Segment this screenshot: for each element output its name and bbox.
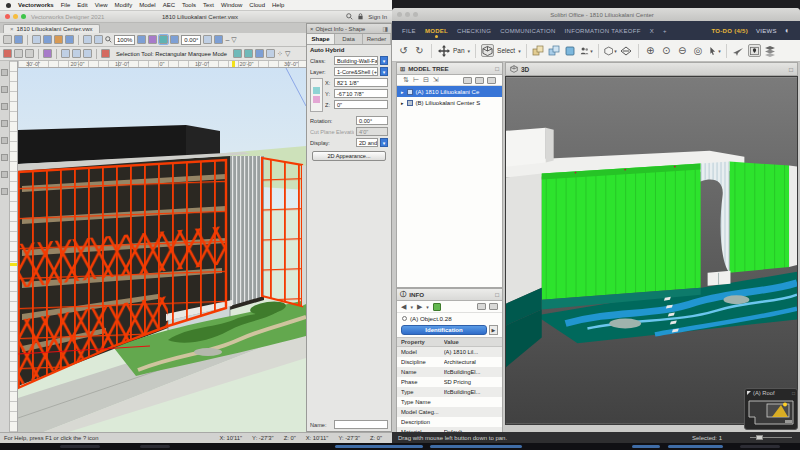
selection-disable-icon[interactable]	[3, 49, 12, 58]
texture-icon[interactable]	[255, 49, 264, 58]
close-tab-icon[interactable]: ×	[10, 26, 14, 32]
tab-data[interactable]: Data	[335, 34, 363, 44]
info-header[interactable]: ⓘ INFO □	[397, 289, 502, 301]
layer-dropdown-icon[interactable]: ▾	[380, 67, 388, 76]
solibri-3d-viewport[interactable]	[505, 76, 798, 425]
tool-icon[interactable]	[54, 35, 63, 44]
pin-icon[interactable]: ◨	[383, 26, 388, 32]
tree-filter-icon[interactable]: ⇲	[433, 76, 439, 84]
ribbon-tab[interactable]: +	[663, 28, 667, 34]
cursor-tool-icon[interactable]	[25, 49, 34, 58]
fly-mode-icon[interactable]	[732, 44, 745, 57]
table-row[interactable]: Type Name	[397, 397, 502, 407]
palette-tool-icon[interactable]	[1, 69, 8, 76]
identification-tab-button[interactable]: Identification	[401, 325, 487, 335]
palette-tool-icon[interactable]	[1, 188, 8, 195]
zoom-center-icon[interactable]: ⊙	[660, 44, 673, 57]
menubar-item[interactable]: Window	[221, 2, 242, 8]
expand-icon[interactable]: ▸	[401, 89, 404, 95]
tool-icon[interactable]	[94, 35, 103, 44]
paint-selection-icon[interactable]	[433, 303, 441, 311]
redo-icon[interactable]: ↻	[413, 44, 426, 57]
layer-value[interactable]: 1-Core&Shell (+0-0)	[334, 67, 378, 76]
maximize-panel-icon[interactable]: □	[495, 291, 499, 298]
dropdown-icon[interactable]: ▾	[410, 304, 413, 310]
map-pin-icon[interactable]	[748, 44, 761, 57]
cursor-tool-icon[interactable]	[14, 49, 23, 58]
zoom-tool-icon[interactable]	[105, 36, 112, 43]
zoom-slider[interactable]	[750, 435, 792, 440]
section-plane-icon[interactable]	[620, 44, 633, 57]
tool-icon[interactable]	[170, 35, 179, 44]
maximize-icon[interactable]: □	[792, 390, 795, 396]
minimize-window-icon[interactable]	[13, 14, 18, 19]
menubar-item[interactable]: View	[95, 2, 108, 8]
ribbon-tab[interactable]: FILE	[402, 28, 416, 34]
chevron-down-icon[interactable]: ▽	[231, 36, 236, 43]
zoom-fit-icon[interactable]: ◎	[692, 44, 705, 57]
model-tree-header[interactable]: ⊞ MODEL TREE □	[397, 63, 502, 75]
z-field[interactable]: 0"	[334, 100, 388, 109]
close-window-icon[interactable]	[5, 14, 10, 19]
camera-remove-icon[interactable]	[489, 303, 498, 310]
menubar-item[interactable]: Model	[139, 2, 155, 8]
snap-icon[interactable]	[101, 49, 110, 58]
forward-icon[interactable]: ▶	[417, 303, 422, 311]
menubar-item[interactable]: Cloud	[249, 2, 265, 8]
view-cube-icon[interactable]	[604, 44, 617, 57]
people-view-icon[interactable]	[580, 44, 593, 57]
marquee-polygon-icon[interactable]	[83, 49, 92, 58]
ribbon-tab[interactable]: COMMUNICATION	[500, 28, 555, 34]
marquee-lasso-icon[interactable]	[72, 49, 81, 58]
camera-add-icon[interactable]	[477, 303, 486, 310]
zoom-cursor-icon[interactable]	[708, 44, 721, 57]
camera-add-icon[interactable]	[475, 77, 484, 84]
rotation-field[interactable]: 0.00°	[181, 35, 201, 45]
zoom-in-icon[interactable]: ⊕	[644, 44, 657, 57]
select-cube-icon[interactable]	[481, 44, 494, 57]
name-field[interactable]	[334, 420, 388, 429]
maximize-panel-icon[interactable]: □	[495, 65, 499, 72]
views-menu[interactable]: VIEWS	[756, 28, 777, 34]
tree-item-model-a[interactable]: ▸ (A) 1810 Liliuokalani Ce	[397, 86, 502, 97]
show-all-cubes-icon[interactable]	[532, 44, 545, 57]
rotation-field[interactable]: 0.00°	[356, 116, 388, 125]
chevron-down-icon[interactable]: ▽	[285, 50, 290, 57]
table-row[interactable]: Model Categ...	[397, 407, 502, 417]
display-dropdown-icon[interactable]: ▾	[380, 138, 388, 147]
tool-icon[interactable]	[137, 35, 146, 44]
marquee-rect-icon[interactable]	[61, 49, 70, 58]
transparent-cube-icon[interactable]	[564, 44, 577, 57]
expand-icon[interactable]: ▸	[401, 100, 404, 106]
interactive-scaling-icon[interactable]	[43, 49, 52, 58]
search-icon[interactable]	[346, 13, 353, 20]
ribbon-tab[interactable]: INFORMATION TAKEOFF	[565, 28, 641, 34]
tab-render[interactable]: Render	[363, 34, 391, 44]
table-row[interactable]: Phase SD Pricing	[397, 377, 502, 387]
view3d-header[interactable]: 3D □	[505, 62, 798, 76]
menubar-item[interactable]: Tools	[182, 2, 196, 8]
fill-style-icon[interactable]	[244, 49, 253, 58]
radio-icon[interactable]	[402, 316, 407, 321]
ribbon-tab[interactable]: X	[650, 28, 654, 34]
select-tool-label[interactable]: Select	[497, 47, 521, 54]
zoom-out-icon[interactable]: ⊖	[676, 44, 689, 57]
tool-icon[interactable]	[65, 35, 74, 44]
close-window-icon[interactable]	[397, 12, 402, 17]
menubar-item[interactable]: Vectorworks	[18, 2, 54, 8]
table-row[interactable]: Name IfcBuildingEl...	[397, 367, 502, 377]
tool-icon[interactable]	[203, 35, 212, 44]
solibri-traffic-lights[interactable]	[397, 12, 418, 17]
transform-icon[interactable]: ⁘	[277, 50, 283, 57]
menubar-item[interactable]: Text	[203, 2, 214, 8]
undo-icon[interactable]: ↺	[397, 44, 410, 57]
palette-tool-icon[interactable]	[1, 103, 8, 110]
camera-remove-icon[interactable]	[487, 77, 496, 84]
apple-menu-icon[interactable]	[6, 3, 11, 8]
palette-tool-icon[interactable]	[1, 86, 8, 93]
navigation-minimap[interactable]: (A) Roof □	[744, 388, 798, 430]
collapse-icon[interactable]: –	[225, 36, 229, 43]
table-row[interactable]: Model (A) 1810 Lil...	[397, 347, 502, 357]
zoom-window-icon[interactable]	[413, 12, 418, 17]
display-value[interactable]: 2D and 3D	[356, 138, 378, 147]
